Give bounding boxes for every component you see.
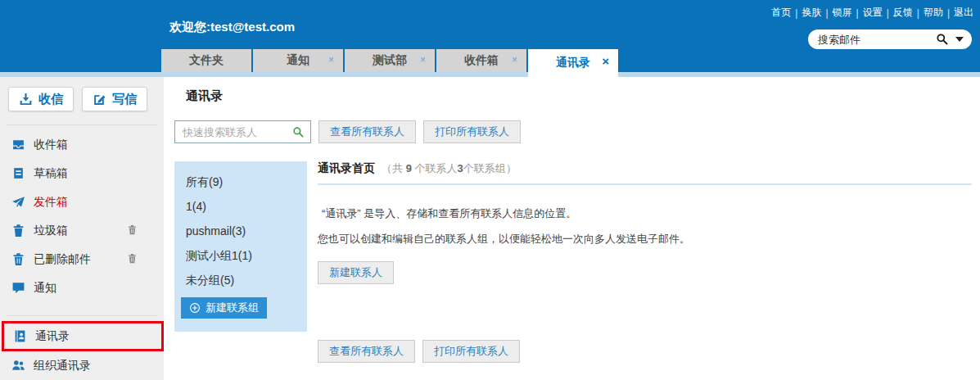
sidebar: 收信 写信 收件箱 <box>0 77 164 380</box>
welcome-text: 欢迎您:test@test.com <box>169 20 295 35</box>
sidebar-item-drafts[interactable]: 草稿箱 <box>0 159 164 188</box>
quick-search-input[interactable] <box>181 125 292 139</box>
link-settings[interactable]: 设置 <box>863 6 883 20</box>
receive-mail-label: 收信 <box>38 92 63 107</box>
contact-groups-panel: 所有(9) 1(4) pushmail(3) 测试小组1(1) 未分组(5) 新… <box>174 161 307 332</box>
tab-label: 通讯录 <box>556 56 590 70</box>
contacts-home-title: 通讯录首页 <box>318 161 375 176</box>
top-links: 首页| 换肤| 锁屏| 设置| 反馈| 帮助| 退出 <box>771 6 973 20</box>
group-item-test-group[interactable]: 测试小组1(1) <box>174 243 307 268</box>
group-item-1[interactable]: 1(4) <box>174 194 307 219</box>
notice-bubble-icon <box>11 281 25 295</box>
group-item-all[interactable]: 所有(9) <box>174 170 307 194</box>
print-all-contacts-button-bottom[interactable]: 打印所有联系人 <box>422 340 520 363</box>
tab-inbox[interactable]: 收件箱 × <box>436 49 526 72</box>
contacts-toolbar: 查看所有联系人 打印所有联系人 <box>174 120 980 143</box>
sidebar-item-junk[interactable]: 垃圾箱 <box>0 216 164 245</box>
sidebar-item-label: 草稿箱 <box>34 166 68 181</box>
sidebar-item-label: 发件箱 <box>34 195 68 210</box>
tab-label: 文件夹 <box>189 53 224 68</box>
mail-search-input[interactable] <box>816 33 936 47</box>
tab-label: 收件箱 <box>464 53 499 68</box>
link-separator: | <box>947 7 950 19</box>
link-feedback[interactable]: 反馈 <box>893 6 913 20</box>
link-separator: | <box>917 7 919 19</box>
link-help[interactable]: 帮助 <box>924 6 943 20</box>
bottom-toolbar: 查看所有联系人 打印所有联系人 <box>318 340 980 363</box>
view-all-contacts-button[interactable]: 查看所有联系人 <box>318 120 416 143</box>
deleted-mail-icon <box>11 252 25 266</box>
contacts-description-2: 您也可以创建和编辑自己的联系人组，以便能轻松地一次向多人发送电子邮件。 <box>318 232 972 247</box>
mail-search-box[interactable] <box>808 29 972 49</box>
receive-mail-button[interactable]: 收信 <box>8 87 74 111</box>
link-separator: | <box>856 7 859 19</box>
sidebar-item-org-contacts[interactable]: 组织通讯录 <box>0 351 164 380</box>
sidebar-item-label: 收件箱 <box>34 138 68 152</box>
org-contacts-icon <box>11 359 25 373</box>
sidebar-item-inbox[interactable]: 收件箱 <box>0 130 164 159</box>
tab-bar: 文件夹 通知 × 测试部 × 收件箱 × 通讯录 × <box>161 49 620 72</box>
link-skin[interactable]: 换肤 <box>802 6 821 20</box>
page-title: 通讯录 <box>186 88 980 104</box>
new-contact-button[interactable]: 新建联系人 <box>318 261 394 284</box>
webmail-app: 首页| 换肤| 锁屏| 设置| 反馈| 帮助| 退出 欢迎您:test@test… <box>0 0 980 380</box>
print-all-contacts-button[interactable]: 打印所有联系人 <box>423 120 521 143</box>
plus-circle-icon <box>189 302 201 314</box>
sidebar-item-notice[interactable]: 通知 <box>0 274 164 302</box>
sidebar-item-label: 垃圾箱 <box>34 224 68 238</box>
tab-label: 测试部 <box>373 53 407 68</box>
drafts-icon <box>11 166 25 180</box>
sidebar-item-label: 组织通讯录 <box>34 359 91 373</box>
contacts-description-1: “通讯录” 是导入、存储和查看所有联系人信息的位置。 <box>318 206 972 221</box>
quick-search-box[interactable] <box>174 120 311 143</box>
main-area: 通讯录 查看所有联系人 打印所有联系人 所有(9) 1(4) pushmail(… <box>164 77 980 380</box>
sent-icon <box>11 195 25 209</box>
contacts-book-icon <box>13 329 27 343</box>
link-home[interactable]: 首页 <box>771 6 791 20</box>
inbox-icon <box>11 138 25 152</box>
tab-close-icon[interactable]: × <box>328 55 334 65</box>
sidebar-item-sent[interactable]: 发件箱 <box>0 188 164 216</box>
empty-deleted-icon[interactable] <box>127 253 138 264</box>
view-all-contacts-button-bottom[interactable]: 查看所有联系人 <box>318 340 415 363</box>
tab-folders[interactable]: 文件夹 <box>161 49 251 72</box>
group-item-ungrouped[interactable]: 未分组(5) <box>174 268 307 292</box>
tab-close-icon[interactable]: × <box>602 57 609 66</box>
compose-mail-label: 写信 <box>112 92 137 107</box>
sidebar-item-label: 通讯录 <box>35 329 70 344</box>
trash-icon <box>11 224 25 238</box>
group-item-pushmail[interactable]: pushmail(3) <box>174 219 307 243</box>
search-dropdown-icon[interactable] <box>955 37 964 42</box>
contacts-count: （共 9 个联系人3个联系组） <box>382 161 517 176</box>
link-separator: | <box>795 7 797 19</box>
new-contact-group-label: 新建联系组 <box>205 301 259 315</box>
sidebar-item-label: 已删除邮件 <box>34 252 91 267</box>
tab-close-icon[interactable]: × <box>512 55 517 65</box>
tab-contacts[interactable]: 通讯录 × <box>528 49 618 77</box>
tab-notice[interactable]: 通知 × <box>253 49 343 72</box>
compose-mail-button[interactable]: 写信 <box>82 87 147 111</box>
link-logout[interactable]: 退出 <box>954 6 973 20</box>
header: 首页| 换肤| 锁屏| 设置| 反馈| 帮助| 退出 欢迎您:test@test… <box>0 0 980 72</box>
link-separator: | <box>887 7 889 19</box>
tab-label: 通知 <box>287 53 309 68</box>
link-separator: | <box>825 7 828 19</box>
link-lockscreen[interactable]: 锁屏 <box>833 6 852 20</box>
search-icon[interactable] <box>936 33 949 46</box>
new-contact-group-button[interactable]: 新建联系组 <box>181 297 267 319</box>
sidebar-item-label: 通知 <box>34 281 56 296</box>
tab-test-dept[interactable]: 测试部 × <box>345 49 435 72</box>
sidebar-item-contacts[interactable]: 通讯录 <box>2 321 164 351</box>
receive-mail-icon <box>19 93 33 106</box>
folder-list: 收件箱 草稿箱 发件箱 <box>0 125 164 302</box>
sidebar-item-deleted[interactable]: 已删除邮件 <box>0 245 164 274</box>
quick-search-icon[interactable] <box>292 126 305 138</box>
contacts-home-panel: 通讯录首页 （共 9 个联系人3个联系组） “通讯录” 是导入、存储和查看所有联… <box>318 161 972 332</box>
tab-close-icon[interactable]: × <box>420 55 426 65</box>
sidebar-divider <box>7 315 157 316</box>
empty-junk-icon[interactable] <box>127 224 138 235</box>
compose-mail-icon <box>93 93 106 106</box>
